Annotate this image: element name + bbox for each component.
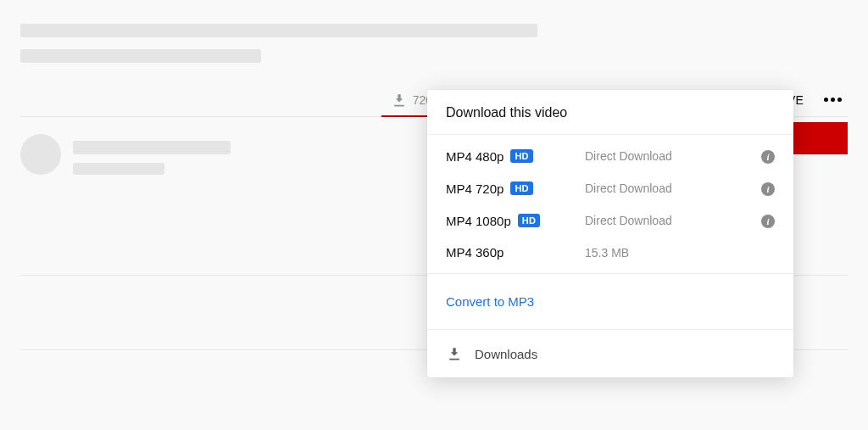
format-label: MP4 1080p (446, 214, 511, 228)
video-subtitle-placeholder (20, 49, 261, 63)
channel-avatar-placeholder (20, 134, 61, 175)
convert-to-mp3-button[interactable]: Convert to MP3 (427, 274, 793, 330)
channel-subs-placeholder (73, 163, 164, 175)
downloads-folder-button[interactable]: Downloads (427, 330, 793, 377)
download-meta: Direct Download (585, 149, 737, 163)
download-option[interactable]: MP4 1080pHD Direct Download i (427, 204, 793, 237)
dot-icon (824, 98, 828, 102)
popup-title: Download this video (427, 90, 793, 135)
dot-icon (831, 98, 835, 102)
download-icon (391, 92, 408, 109)
info-icon[interactable]: i (761, 215, 775, 228)
video-title-placeholder (20, 24, 537, 37)
hd-badge: HD (518, 214, 540, 227)
format-label: MP4 720p (446, 181, 504, 196)
download-meta: Direct Download (585, 181, 737, 195)
download-options-list: MP4 480pHD Direct Download i MP4 720pHD … (427, 135, 793, 274)
format-label: MP4 480p (446, 149, 504, 164)
format-label: MP4 360p (446, 245, 504, 260)
channel-name-placeholder (73, 141, 231, 154)
downloads-label: Downloads (475, 347, 537, 361)
more-actions-button[interactable] (817, 92, 848, 107)
hd-badge: HD (510, 149, 532, 163)
download-meta: Direct Download (585, 214, 737, 227)
download-option[interactable]: MP4 360p 15.3 MB (427, 237, 793, 268)
download-option[interactable]: MP4 720pHD Direct Download i (427, 172, 793, 204)
convert-label: Convert to MP3 (446, 294, 534, 309)
info-icon[interactable]: i (761, 150, 775, 164)
download-meta: 15.3 MB (585, 246, 737, 260)
hd-badge: HD (510, 181, 532, 195)
dot-icon (837, 98, 842, 102)
download-icon (446, 345, 463, 362)
info-icon[interactable]: i (761, 182, 775, 196)
download-option[interactable]: MP4 480pHD Direct Download i (427, 140, 793, 172)
subscribe-button[interactable] (788, 122, 848, 154)
download-popup: Download this video MP4 480pHD Direct Do… (427, 90, 793, 377)
